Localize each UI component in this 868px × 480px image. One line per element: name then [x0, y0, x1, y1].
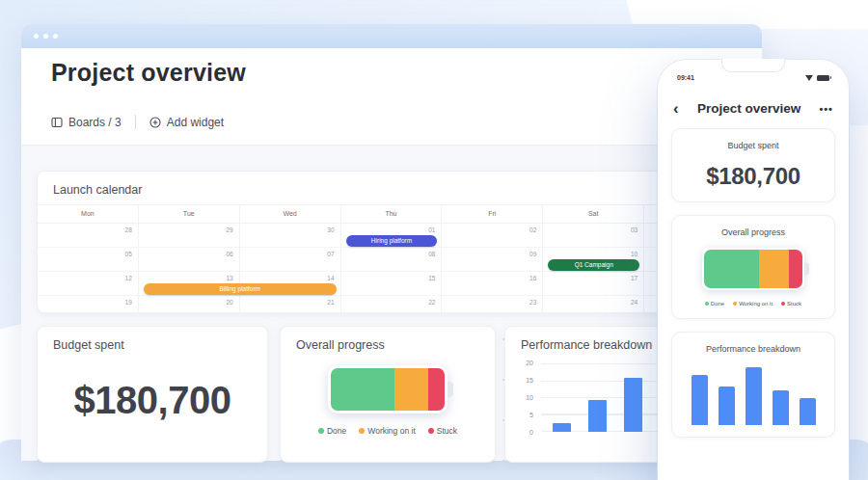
calendar-day-headers: Mon Tue Wed Thu Fri Sat Sun — [38, 204, 746, 224]
status-time: 09:41 — [677, 74, 694, 81]
legend-label: Done — [327, 426, 346, 436]
day-header: Tue — [139, 205, 240, 223]
day-header: Sat — [543, 205, 644, 223]
budget-value: $180,700 — [38, 379, 267, 422]
phone-progress-card: Overall progress Done Working on it Stuc… — [671, 215, 835, 319]
battery-segments — [331, 368, 445, 411]
calendar-grid: 28 29 30 01 02 03 04 05 06 07 08 09 10 1… — [38, 224, 746, 313]
dashboard-area: Launch calendar Mon Tue Wed Thu Fri Sat … — [21, 145, 762, 461]
window-control-dot[interactable] — [53, 34, 58, 39]
budget-title: Budget spent — [38, 327, 267, 352]
legend-item-working: Working on it — [359, 426, 415, 436]
add-widget-label: Add widget — [167, 116, 224, 129]
y-tick: 5 — [519, 412, 533, 418]
budget-spent-widget: Budget spent $180,700 — [37, 326, 268, 463]
progress-title: Overall progress — [281, 327, 495, 352]
phone-budget-value: $180,700 — [682, 163, 825, 190]
calendar-events-layer: Hiring platform Q1 Campaign Billing plat… — [38, 224, 746, 313]
status-icons — [805, 75, 829, 81]
legend-label: Stuck — [437, 426, 457, 436]
bar — [553, 423, 571, 432]
wifi-icon — [805, 75, 813, 81]
stuck-dot-icon — [428, 428, 434, 434]
phone-performance-card: Performance breakdown — [671, 332, 835, 438]
y-tick: 0 — [519, 429, 533, 436]
bar — [746, 367, 762, 425]
phone-progress-title: Overall progress — [682, 227, 825, 237]
calendar-event-hiring-platform[interactable]: Hiring platform — [346, 235, 438, 247]
boards-label: Boards / 3 — [68, 116, 122, 129]
bar — [800, 398, 816, 425]
progress-legend: Done Working on it Stuck — [281, 426, 495, 436]
bar — [773, 390, 789, 425]
phone-budget-title: Budget spent — [682, 141, 825, 150]
more-menu-icon[interactable]: ••• — [819, 103, 833, 115]
legend-item-stuck: Stuck — [781, 301, 801, 307]
working-dot-icon — [359, 428, 365, 434]
bar — [719, 387, 735, 425]
phone-progress-legend: Done Working on it Stuck — [682, 301, 825, 307]
day-header: Fri — [442, 205, 543, 223]
legend-label: Working on it — [367, 426, 415, 436]
board-icon — [51, 117, 63, 128]
phone-battery-segments — [704, 250, 802, 288]
battery-chart — [328, 365, 448, 413]
day-header: Wed — [240, 205, 341, 223]
back-chevron-icon[interactable]: ‹ — [673, 102, 679, 116]
launch-calendar-widget: Launch calendar Mon Tue Wed Thu Fri Sat … — [37, 171, 746, 313]
legend-label: Done — [711, 301, 724, 307]
browser-window: Project overview Boards / 3 Add widget L… — [21, 24, 762, 461]
add-widget-button[interactable]: Add widget — [149, 116, 224, 129]
y-tick: 15 — [519, 377, 533, 384]
legend-item-done: Done — [705, 301, 724, 307]
phone-bars-group — [682, 365, 825, 425]
y-tick: 10 — [519, 394, 533, 401]
y-tick: 20 — [519, 360, 533, 366]
legend-item-working: Working on it — [733, 301, 773, 307]
toolbar-divider — [135, 115, 136, 129]
legend-label: Working on it — [739, 301, 773, 307]
done-dot-icon — [705, 302, 709, 306]
window-control-dot[interactable] — [34, 34, 39, 39]
phone-notch — [721, 59, 785, 72]
phone-header: ‹ Project overview ••• — [658, 81, 849, 116]
stuck-dot-icon — [781, 302, 785, 306]
calendar-title: Launch calendar — [38, 172, 746, 197]
phone-budget-card: Budget spent $180,700 — [671, 128, 835, 202]
battery-icon — [817, 75, 829, 81]
phone-performance-title: Performance breakdown — [682, 344, 825, 354]
bar — [588, 400, 607, 432]
overall-progress-widget: Overall progress Done Working on it Stuc… — [280, 326, 496, 463]
bar — [624, 378, 642, 432]
page-title: Project overview — [51, 59, 246, 87]
plus-circle-icon — [149, 117, 161, 128]
calendar-event-q1-campaign[interactable]: Q1 Campaign — [548, 259, 639, 271]
legend-label: Stuck — [787, 301, 801, 307]
calendar-event-billing-platform[interactable]: Billing platform — [144, 283, 337, 295]
window-titlebar — [21, 24, 762, 48]
window-control-dot[interactable] — [43, 34, 48, 39]
bar — [692, 375, 708, 425]
y-axis-labels: 20 15 10 5 0 — [519, 360, 533, 436]
phone-page-title: Project overview — [697, 101, 800, 116]
boards-button[interactable]: Boards / 3 — [51, 116, 122, 129]
legend-item-stuck: Stuck — [428, 426, 457, 436]
toolbar: Boards / 3 Add widget — [51, 115, 224, 129]
done-dot-icon — [318, 428, 324, 434]
day-header: Thu — [341, 205, 443, 223]
day-header: Mon — [38, 205, 139, 223]
phone-battery-chart — [702, 248, 804, 290]
legend-item-done: Done — [318, 426, 346, 436]
phone-mockup: 09:41 ‹ Project overview ••• Budget spen… — [658, 60, 849, 480]
working-dot-icon — [733, 302, 737, 306]
